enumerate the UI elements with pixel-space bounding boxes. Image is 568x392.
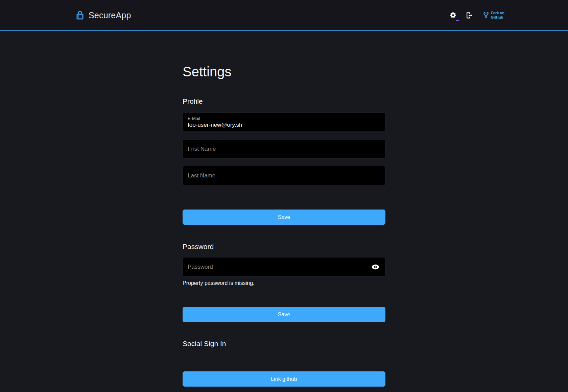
logout-button[interactable] [464,10,474,20]
settings-page: Settings Profile E-Mail Save . Password [183,31,385,387]
save-password-button[interactable]: Save [183,307,385,322]
lock-icon [76,10,84,20]
password-heading: Password [183,242,385,251]
password-error-message: Property password is missing. [183,280,385,287]
logout-icon [465,12,472,19]
last-name-input[interactable] [183,166,385,185]
password-field [183,257,385,276]
fork-link-label: Fork on GitHub [491,11,504,20]
page-title: Settings [183,63,385,80]
social-signin-heading: Social Sign In [183,339,385,348]
gear-underscore-mark [456,20,459,21]
email-input[interactable] [188,122,380,128]
email-label: E-Mail [188,116,380,121]
first-name-input[interactable] [183,139,385,158]
app-name: SecureApp [89,10,131,20]
email-field[interactable]: E-Mail [183,113,385,132]
header-actions: Fork on GitHub [448,10,504,20]
profile-section: Profile E-Mail Save . [183,97,385,230]
fork-on-github-link[interactable]: Fork on GitHub [483,11,504,20]
app-header: SecureApp [0,0,568,31]
password-section: Password Property password is missing. S… [183,242,385,328]
profile-heading: Profile [183,97,385,106]
save-profile-button[interactable]: Save [183,210,385,225]
brand[interactable]: SecureApp [76,10,131,20]
social-signin-section: Social Sign In Link github [183,339,385,387]
password-hint-dot: . [183,325,385,328]
password-input[interactable] [183,257,385,276]
git-fork-icon [483,12,489,19]
eye-icon [372,264,379,269]
link-github-button[interactable]: Link github [183,371,385,387]
settings-gear-button[interactable] [448,10,458,20]
profile-hint-dot: . [183,227,385,230]
gear-icon [450,12,456,19]
toggle-password-visibility-button[interactable] [370,263,381,271]
